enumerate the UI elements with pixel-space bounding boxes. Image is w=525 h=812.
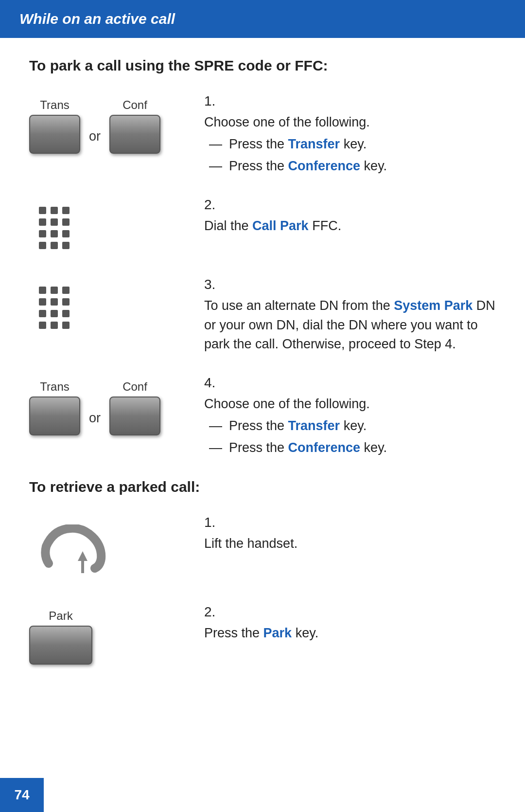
handset-col xyxy=(29,515,194,583)
step1-keys: Trans or Conf xyxy=(29,93,194,154)
step4-text: 4. Choose one of the following. — Press … xyxy=(194,375,496,457)
or-label-1: or xyxy=(89,129,101,154)
transfer-link-1: Transfer xyxy=(288,137,340,151)
section2-title: To retrieve a parked call: xyxy=(29,479,496,495)
conf-button-shape-1[interactable] xyxy=(109,115,160,154)
park-button-shape[interactable] xyxy=(29,626,92,665)
step1-block: Trans or Conf 1. Choose one of the follo… xyxy=(29,93,496,176)
conf-label-2: Conf xyxy=(122,380,147,394)
svg-marker-0 xyxy=(78,551,88,561)
retrieve-step2-block: Park 2. Press the Park key. xyxy=(29,604,496,665)
step2-number: 2. xyxy=(204,197,496,213)
step4-number: 4. xyxy=(204,375,496,391)
trans-button-shape-2[interactable] xyxy=(29,397,80,435)
park-key[interactable]: Park xyxy=(29,609,92,665)
step2-text: 2. Dial the Call Park FFC. xyxy=(194,197,496,235)
step1-number: 1. xyxy=(204,93,496,109)
handset-svg xyxy=(39,524,126,578)
step4-keys: Trans or Conf xyxy=(29,375,194,435)
keypad-icon-2 xyxy=(39,287,71,330)
transfer-link-2: Transfer xyxy=(288,418,340,433)
step2-keypad xyxy=(29,197,194,255)
or-label-2: or xyxy=(89,411,101,435)
step4-bullet2: — Press the Conference key. xyxy=(209,438,496,457)
conf-button-shape-2[interactable] xyxy=(109,397,160,435)
trans-label-1: Trans xyxy=(40,98,69,112)
step1-text: 1. Choose one of the following. — Press … xyxy=(194,93,496,176)
header-title: While on an active call xyxy=(19,11,175,27)
step1-main-text: Choose one of the following. xyxy=(204,115,370,129)
park-key-col: Park xyxy=(29,604,194,665)
retrieve-step1-main: Lift the handset. xyxy=(204,534,496,553)
step1-bullet1: — Press the Transfer key. xyxy=(209,135,496,154)
header-bar: While on an active call xyxy=(0,0,525,38)
park-label: Park xyxy=(49,609,72,623)
conference-link-1: Conference xyxy=(288,159,361,173)
system-park-link: System Park xyxy=(394,298,472,313)
step4-block: Trans or Conf 4. Choose one of the follo… xyxy=(29,375,496,457)
park-link: Park xyxy=(263,626,292,640)
page-number: 74 xyxy=(0,778,44,812)
trans-key-1[interactable]: Trans xyxy=(29,98,80,154)
call-park-link: Call Park xyxy=(252,218,309,233)
step3-text: 3. To use an alternate DN from the Syste… xyxy=(194,277,496,353)
step2-block: 2. Dial the Call Park FFC. xyxy=(29,197,496,255)
conf-key-2[interactable]: Conf xyxy=(109,380,160,435)
conf-label-1: Conf xyxy=(122,98,147,112)
handset-icon xyxy=(29,520,126,583)
section1-title: To park a call using the SPRE code or FF… xyxy=(29,57,496,74)
conference-link-2: Conference xyxy=(288,440,361,455)
trans-label-2: Trans xyxy=(40,380,69,394)
retrieve-step1-block: 1. Lift the handset. xyxy=(29,515,496,583)
conf-key-1[interactable]: Conf xyxy=(109,98,160,154)
trans-button-shape-1[interactable] xyxy=(29,115,80,154)
retrieve-step1-text: 1. Lift the handset. xyxy=(194,515,496,553)
step1-bullet2: — Press the Conference key. xyxy=(209,157,496,176)
step3-block: 3. To use an alternate DN from the Syste… xyxy=(29,277,496,353)
retrieve-step2-text: 2. Press the Park key. xyxy=(194,604,496,643)
step4-main-text: Choose one of the following. xyxy=(204,397,370,411)
step3-keypad xyxy=(29,277,194,335)
retrieve-step2-number: 2. xyxy=(204,604,496,620)
step4-bullet1: — Press the Transfer key. xyxy=(209,416,496,435)
keypad-icon-1 xyxy=(39,207,71,251)
trans-key-2[interactable]: Trans xyxy=(29,380,80,435)
retrieve-step1-number: 1. xyxy=(204,515,496,530)
step3-number: 3. xyxy=(204,277,496,292)
